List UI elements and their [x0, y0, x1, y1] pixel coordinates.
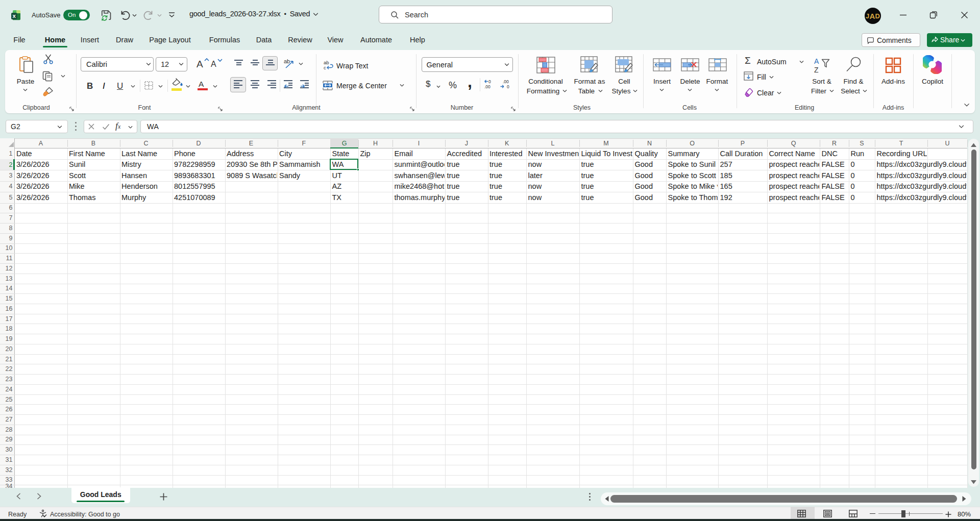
svg-text:0: 0: [507, 84, 509, 89]
svg-text:.00: .00: [484, 84, 491, 89]
svg-text:x: x: [12, 13, 16, 19]
svg-text:A: A: [814, 57, 819, 65]
svg-text:0: 0: [488, 79, 491, 84]
svg-text:ab: ab: [284, 58, 290, 64]
svg-text:c: c: [324, 65, 326, 70]
svg-text:Z: Z: [814, 66, 819, 73]
svg-text:.00: .00: [503, 79, 509, 84]
